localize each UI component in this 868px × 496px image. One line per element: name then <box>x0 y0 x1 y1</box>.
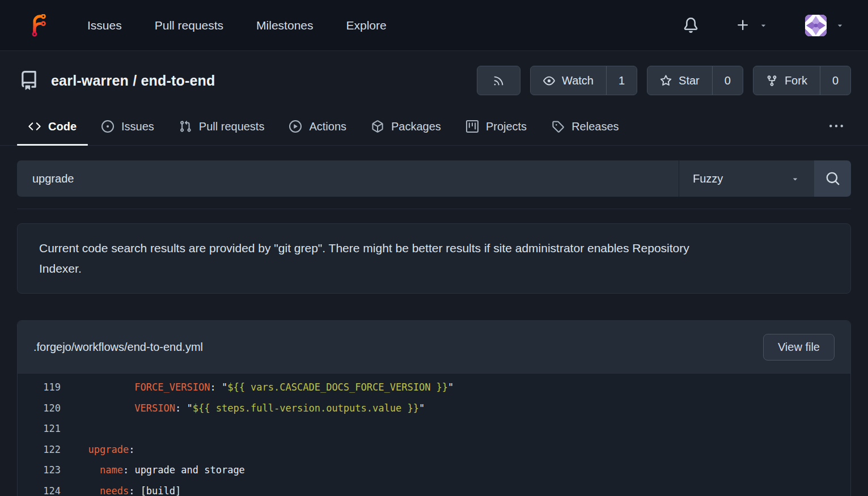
result-file-header: .forgejo/workflows/end-to-end.yml View f… <box>18 321 850 374</box>
tab-label: Issues <box>121 120 154 133</box>
star-button[interactable]: Star 0 <box>647 66 743 95</box>
code-line: 121 <box>18 418 850 439</box>
tab-actions[interactable]: Actions <box>278 108 358 145</box>
search-icon <box>825 171 840 186</box>
tab-pull-requests[interactable]: Pull requests <box>168 108 276 145</box>
caret-down-icon <box>791 175 799 183</box>
code-line: 122 upgrade: <box>18 439 850 460</box>
rss-icon <box>493 75 505 87</box>
grep-notice-line1: Current code search results are provided… <box>39 238 829 258</box>
repo-tabs: CodeIssuesPull requestsActionsPackagesPr… <box>0 108 868 146</box>
star-label: Star <box>679 74 700 87</box>
line-number: 120 <box>18 398 61 419</box>
code-search-bar: Fuzzy <box>17 160 851 197</box>
repo-title[interactable]: earl-warren / end-to-end <box>51 73 215 89</box>
code-text: FORCE_VERSION: "${{ vars.CASCADE_DOCS_FO… <box>61 377 454 398</box>
forgejo-logo[interactable] <box>28 14 51 37</box>
repo-icon <box>19 71 39 90</box>
search-mode-value: Fuzzy <box>693 172 723 185</box>
repo-action-buttons: Watch 1 Star 0 Fork 0 <box>477 66 851 95</box>
primary-nav: IssuesPull requestsMilestonesExplore <box>87 19 420 32</box>
grep-notice-line2: Indexer. <box>39 258 829 279</box>
search-submit-button[interactable] <box>814 160 851 197</box>
tab-label: Releases <box>571 120 619 133</box>
pull-request-icon <box>179 120 192 133</box>
tab-issues[interactable]: Issues <box>90 108 166 145</box>
nav-link-explore[interactable]: Explore <box>346 19 387 32</box>
line-number: 122 <box>18 439 61 460</box>
bell-icon <box>683 18 698 33</box>
user-avatar <box>805 15 827 36</box>
code-line: 119 FORCE_VERSION: "${{ vars.CASCADE_DOC… <box>18 377 850 398</box>
code-line: 124 needs: [build] <box>18 481 850 496</box>
code-search-input[interactable] <box>17 160 679 197</box>
rss-button[interactable] <box>477 66 520 95</box>
star-icon <box>660 75 672 87</box>
create-new-button[interactable] <box>736 18 768 32</box>
top-navbar: IssuesPull requestsMilestonesExplore <box>0 0 868 51</box>
forgejo-logo-icon <box>28 14 51 37</box>
tab-overflow-button[interactable] <box>822 108 851 145</box>
nav-link-issues[interactable]: Issues <box>87 19 122 32</box>
fork-button[interactable]: Fork 0 <box>753 66 851 95</box>
nav-link-milestones[interactable]: Milestones <box>256 19 313 32</box>
repo-header: earl-warren / end-to-end Watch 1 Star 0 … <box>0 51 868 108</box>
watch-button[interactable]: Watch 1 <box>530 66 637 95</box>
tab-releases[interactable]: Releases <box>540 108 630 145</box>
caret-down-icon <box>759 21 768 29</box>
line-number: 121 <box>18 418 61 439</box>
plus-icon <box>736 18 750 32</box>
section-divider <box>17 209 851 209</box>
view-file-button[interactable]: View file <box>763 334 835 361</box>
fork-count[interactable]: 0 <box>820 66 850 95</box>
code-line: 123 name: upgrade and storage <box>18 460 850 481</box>
code-preview: 119 FORCE_VERSION: "${{ vars.CASCADE_DOC… <box>18 374 850 496</box>
code-text: name: upgrade and storage <box>61 460 245 481</box>
watch-label: Watch <box>562 74 594 87</box>
line-number: 119 <box>18 377 61 398</box>
user-menu-button[interactable] <box>805 15 844 36</box>
tab-label: Actions <box>309 120 346 133</box>
eye-icon <box>543 75 555 87</box>
code-text: needs: [build] <box>61 481 181 496</box>
nav-link-pull-requests[interactable]: Pull requests <box>155 19 223 32</box>
tag-icon <box>552 120 564 133</box>
result-file-path[interactable]: .forgejo/workflows/end-to-end.yml <box>33 341 203 354</box>
code-icon <box>28 120 41 133</box>
tab-label: Projects <box>486 120 527 133</box>
grep-notice-panel: Current code search results are provided… <box>17 223 851 294</box>
tab-code[interactable]: Code <box>17 108 88 145</box>
code-text <box>61 418 77 439</box>
caret-down-icon <box>836 21 844 29</box>
play-circle-icon <box>289 120 302 133</box>
code-line: 120 VERSION: "${{ steps.full-version.out… <box>18 398 850 419</box>
kebab-icon <box>829 120 843 133</box>
project-icon <box>466 120 479 133</box>
tab-packages[interactable]: Packages <box>360 108 452 145</box>
watch-count[interactable]: 1 <box>606 66 637 95</box>
main-content: Fuzzy Current code search results are pr… <box>0 160 868 496</box>
issue-icon <box>101 120 114 133</box>
notifications-button[interactable] <box>683 18 698 33</box>
tab-label: Code <box>48 120 77 133</box>
code-text: upgrade: <box>61 439 134 460</box>
fork-icon <box>766 75 778 87</box>
tab-projects[interactable]: Projects <box>455 108 538 145</box>
search-mode-select[interactable]: Fuzzy <box>679 160 814 197</box>
search-result-card: .forgejo/workflows/end-to-end.yml View f… <box>17 320 851 496</box>
package-icon <box>371 120 384 133</box>
line-number: 123 <box>18 460 61 481</box>
fork-label: Fork <box>785 74 807 87</box>
star-count[interactable]: 0 <box>712 66 743 95</box>
code-text: VERSION: "${{ steps.full-version.outputs… <box>61 398 425 419</box>
line-number: 124 <box>18 481 61 496</box>
tab-label: Pull requests <box>199 120 265 133</box>
tab-label: Packages <box>391 120 441 133</box>
